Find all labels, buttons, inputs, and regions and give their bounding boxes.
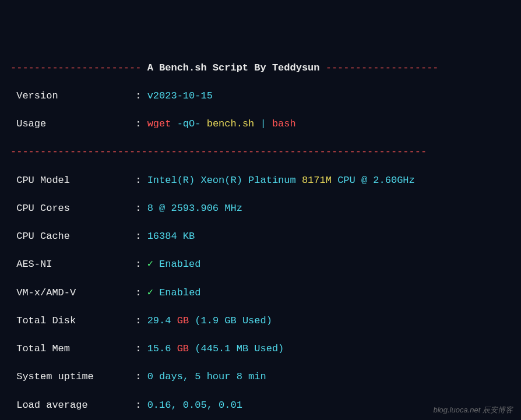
vmx-line: VM-x/AMD-V : ✓ Enabled [10,286,511,300]
version-line: Version : v2023-10-15 [10,89,511,103]
aesni-line: AES-NI : ✓ Enabled [10,257,511,271]
cpu-model-line: CPU Model : Intel(R) Xeon(R) Platinum 81… [10,174,511,188]
mem-line: Total Mem : 15.6 GB (445.1 MB Used) [10,342,511,356]
watermark: blog.luoca.net 辰安博客 [433,405,513,415]
check-icon: ✓ [147,287,153,298]
disk-line: Total Disk : 29.4 GB (1.9 GB Used) [10,314,511,328]
divider: ----------------------------------------… [10,145,511,159]
cpu-cache-line: CPU Cache : 16384 KB [10,230,511,243]
check-icon: ✓ [147,259,153,270]
header-line: ---------------------- A Bench.sh Script… [10,61,511,75]
usage-line: Usage : wget -qO- bench.sh | bash [10,117,511,131]
cpu-cores-line: CPU Cores : 8 @ 2593.906 MHz [10,202,511,216]
uptime-line: System uptime : 0 days, 5 hour 8 min [10,370,511,384]
